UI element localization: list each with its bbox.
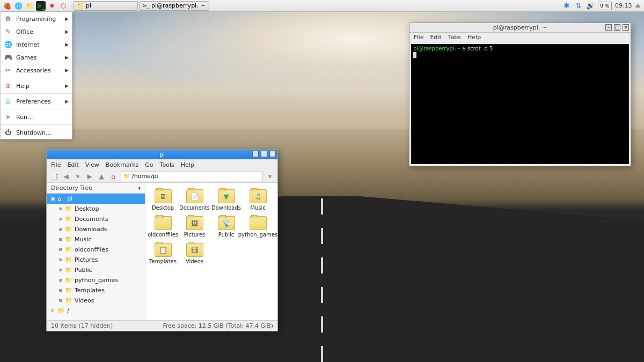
tree-label: pi: [67, 195, 72, 202]
cpu-monitor[interactable]: 0 %: [598, 2, 612, 10]
file-item-oldconffiles[interactable]: oldconffiles: [148, 214, 178, 240]
window-title: pi: [159, 151, 165, 158]
chevron-down-icon[interactable]: ▾: [138, 186, 141, 191]
file-manager-pane[interactable]: 🖥Desktop📄Documents▼Downloads♫Musicoldcon…: [145, 183, 277, 320]
status-space: Free space: 12.5 GiB (Total: 47.4 GiB): [163, 322, 273, 329]
minimize-button[interactable]: –: [252, 151, 259, 157]
bluetooth-icon[interactable]: ✱: [562, 2, 571, 10]
menu-internet[interactable]: 🌐Internet▶: [1, 38, 72, 51]
menu-help[interactable]: Help: [181, 161, 194, 168]
expand-icon[interactable]: ⊞: [58, 237, 63, 242]
tree-item-root[interactable]: ⊞📁/: [47, 306, 145, 316]
tree-item-oldconffiles[interactable]: ⊞📁oldconffiles: [47, 245, 145, 255]
clock[interactable]: 09:13: [615, 2, 632, 9]
expand-icon[interactable]: ⊞: [58, 206, 63, 211]
file-item-templates[interactable]: 📋Templates: [148, 241, 178, 267]
expand-icon[interactable]: ⊞: [58, 298, 63, 303]
file-label: Templates: [149, 258, 177, 264]
nav-back-icon[interactable]: ◀: [62, 172, 70, 181]
expand-icon[interactable]: ⊞: [58, 227, 63, 232]
nav-home-icon[interactable]: ⌂: [109, 172, 118, 181]
expand-icon[interactable]: ⊞: [58, 217, 63, 221]
file-item-python_games[interactable]: python_games: [243, 214, 273, 240]
expand-icon[interactable]: ⊞: [51, 308, 55, 313]
new-tab-icon[interactable]: 📑: [50, 172, 58, 181]
menu-edit[interactable]: Edit: [430, 34, 441, 41]
menu-office[interactable]: ✎Office▶: [1, 25, 72, 38]
menu-programming[interactable]: ⚙Programming▶: [1, 12, 72, 25]
menu-help[interactable]: ⊕Help▶: [1, 79, 72, 92]
status-items: 10 items (17 hidden): [51, 322, 113, 329]
close-button[interactable]: ✕: [623, 24, 629, 31]
file-item-documents[interactable]: 📄Documents: [179, 187, 210, 213]
history-dropdown-icon[interactable]: ▾: [74, 172, 82, 181]
terminal-icon[interactable]: >_: [36, 1, 46, 11]
file-manager-icon[interactable]: 📁: [25, 1, 34, 11]
path-menu-icon[interactable]: ▾: [266, 172, 274, 181]
menu-edit[interactable]: Edit: [67, 161, 78, 168]
menu-run[interactable]: ➤Run...: [1, 110, 72, 123]
expand-icon[interactable]: ⊞: [58, 268, 63, 272]
nav-up-icon[interactable]: ▲: [97, 172, 106, 181]
menu-games[interactable]: 🎮Games▶: [1, 51, 72, 64]
nav-forward-icon[interactable]: ▶: [85, 172, 94, 181]
file-item-music[interactable]: ♫Music: [243, 187, 273, 213]
mathematica-icon[interactable]: ✹: [47, 1, 57, 11]
menu-view[interactable]: View: [85, 161, 99, 168]
minimize-button[interactable]: –: [605, 24, 612, 31]
menu-go[interactable]: Go: [145, 161, 153, 168]
menu-preferences[interactable]: ☰Preferences▶: [1, 95, 72, 108]
menu-help[interactable]: Help: [467, 34, 481, 41]
menu-accessories[interactable]: ✂Accessories▶: [1, 64, 72, 77]
expand-icon[interactable]: ⊞: [58, 247, 63, 252]
eject-icon[interactable]: ⏏: [635, 2, 641, 9]
menu-file[interactable]: File: [414, 34, 423, 41]
file-item-videos[interactable]: 🎞Videos: [179, 241, 210, 267]
tree-item-music[interactable]: ⊞📁Music: [47, 234, 145, 245]
close-button[interactable]: ✕: [269, 151, 276, 157]
expand-icon[interactable]: ⊞: [58, 257, 63, 262]
tree-label: Documents: [75, 216, 108, 223]
address-bar[interactable]: 📁 /home/pi: [121, 172, 262, 181]
sidebar-header[interactable]: Directory Tree ▾: [47, 183, 145, 194]
file-item-desktop[interactable]: 🖥Desktop: [148, 187, 178, 213]
folder-icon: 📡: [218, 216, 235, 230]
expand-icon[interactable]: ⊞: [58, 278, 63, 283]
menu-bookmarks[interactable]: Bookmarks: [106, 161, 138, 168]
maximize-button[interactable]: ▢: [261, 151, 267, 157]
taskbar-window-terminal[interactable]: >_pi@raspberrypi: ~: [139, 1, 209, 11]
volume-icon[interactable]: 🔊: [586, 2, 595, 10]
terminal-body[interactable]: pi@raspberrypi:~ $ scrot -d 5: [411, 44, 629, 164]
file-manager-window[interactable]: pi – ▢ ✕ FileEditViewBookmarksGoToolsHel…: [46, 149, 278, 331]
tree-item-python_games[interactable]: ⊞📁python_games: [47, 275, 145, 285]
file-item-pictures[interactable]: 🖼Pictures: [179, 214, 210, 240]
wolfram-icon[interactable]: ⬡: [58, 1, 68, 11]
terminal-window[interactable]: pi@raspberrypi: ~ – ▢ ✕ FileEditTabsHelp…: [409, 23, 631, 166]
menu-tabs[interactable]: Tabs: [448, 34, 461, 41]
menu-shutdown[interactable]: ⏻Shutdown...: [1, 126, 72, 139]
menu-file[interactable]: File: [51, 161, 61, 168]
tree-item-pictures[interactable]: ⊞📁Pictures: [47, 255, 145, 265]
tree-item-documents[interactable]: ⊞📁Documents: [47, 214, 145, 224]
file-item-downloads[interactable]: ▼Downloads: [211, 187, 241, 213]
network-icon[interactable]: ⇅: [574, 2, 583, 10]
file-manager-titlebar[interactable]: pi – ▢ ✕: [47, 150, 277, 159]
tree-item-templates[interactable]: ⊞📁Templates: [47, 285, 145, 295]
terminal-titlebar[interactable]: pi@raspberrypi: ~ – ▢ ✕: [409, 23, 631, 33]
tree-item-videos[interactable]: ⊞📁Videos: [47, 295, 145, 306]
tree-item-pi[interactable]: ▣⌂pi: [47, 194, 145, 204]
raspberry-menu-icon[interactable]: 🍓: [2, 1, 12, 11]
web-browser-icon[interactable]: 🌐: [13, 1, 23, 11]
menu-item-icon: 🌐: [4, 40, 12, 49]
maximize-button[interactable]: ▢: [614, 24, 620, 31]
terminal-cursor: [413, 52, 416, 58]
expand-icon[interactable]: ⊞: [58, 288, 63, 293]
menu-tools[interactable]: Tools: [160, 161, 174, 168]
file-item-public[interactable]: 📡Public: [211, 214, 241, 240]
tree-item-public[interactable]: ⊞📁Public: [47, 265, 145, 275]
taskbar-window-pi[interactable]: 📁pi: [74, 1, 138, 11]
chevron-right-icon: ▶: [65, 16, 69, 21]
tree-item-downloads[interactable]: ⊞📁Downloads: [47, 224, 145, 234]
expand-icon[interactable]: ▣: [51, 196, 55, 201]
tree-item-desktop[interactable]: ⊞📁Desktop: [47, 204, 145, 214]
